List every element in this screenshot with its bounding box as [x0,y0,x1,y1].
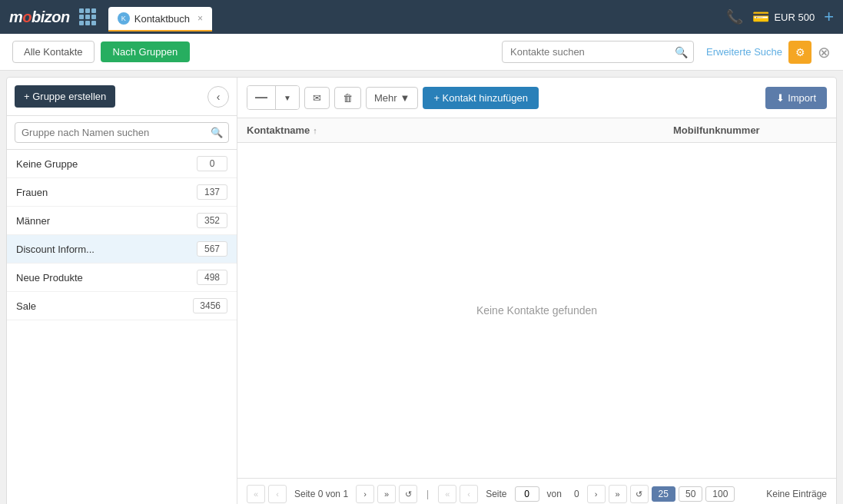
action-bar: — ▼ ✉ 🗑 Mehr ▼ + Kontakt hinzufügen ⬇ Im… [237,78,836,118]
create-group-button[interactable]: + Gruppe erstellen [15,85,115,108]
sort-arrow-icon: ↑ [313,126,317,135]
group-item[interactable]: Neue Produkte 498 [7,264,237,292]
pagination-bar: « ‹ Seite 0 von 1 › » ↺ | « ‹ Seite von … [237,478,836,504]
refresh-button[interactable]: ↺ [399,485,417,503]
nach-gruppen-button[interactable]: Nach Gruppen [101,41,191,62]
contact-search-bar: 🔍 [502,41,694,63]
group-name: Keine Gruppe [16,158,197,170]
sidebar: + Gruppe erstellen ‹ 🔍 Keine Gruppe 0 Fr… [7,78,237,504]
minus-icon: — [255,91,267,104]
group-item[interactable]: Discount Inform... 567 [7,235,237,264]
column-phone-header[interactable]: Mobilfunknummer [673,124,827,136]
page-last-button-2[interactable]: » [609,485,627,503]
group-count: 567 [197,241,227,257]
deselect-button[interactable]: — [247,86,276,109]
next-page-button[interactable]: › [356,485,374,503]
group-search-bar: 🔍 [7,116,237,150]
main-content: + Gruppe erstellen ‹ 🔍 Keine Gruppe 0 Fr… [6,77,837,504]
settings-button[interactable]: ⚙ [788,41,811,64]
group-name: Neue Produkte [16,272,197,284]
group-list: Keine Gruppe 0 Frauen 137 Männer 352 Dis… [7,150,237,504]
group-item[interactable]: Männer 352 [7,207,237,235]
select-action-group: — ▼ [247,85,300,110]
app-logo: mobizon [9,8,70,26]
page-info-left: Seite 0 von 1 [294,489,348,499]
group-count: 352 [197,213,227,228]
group-count: 137 [197,184,227,200]
grid-icon[interactable] [79,8,96,25]
refresh-button-2[interactable]: ↺ [630,485,649,503]
alle-kontakte-button[interactable]: Alle Kontakte [12,41,95,63]
add-button[interactable]: + [824,7,834,27]
group-count: 498 [197,270,227,285]
tab-label: Kontaktbuch [134,13,190,25]
add-contact-button[interactable]: + Kontakt hinzufügen [423,87,539,109]
page-size-50[interactable]: 50 [679,486,702,502]
group-search-input[interactable] [15,122,229,143]
page-first-button-2[interactable]: « [438,485,456,503]
prev-page-button[interactable]: ‹ [268,485,287,503]
group-count: 0 [197,156,227,171]
chevron-down-icon: ▼ [284,94,291,102]
card-icon: 💳 [752,8,769,25]
group-item[interactable]: Frauen 137 [7,178,237,207]
group-name: Frauen [16,187,197,198]
right-content: — ▼ ✉ 🗑 Mehr ▼ + Kontakt hinzufügen ⬇ Im… [237,78,836,504]
eur-balance: EUR 500 [774,12,815,23]
import-button[interactable]: ⬇ Import [765,87,827,109]
import-icon: ⬇ [776,92,785,104]
pagination-separator: | [426,489,429,499]
tab-bar: K Kontaktbuch × [108,2,721,32]
sidebar-header: + Gruppe erstellen ‹ [7,78,237,116]
no-entries-label: Keine Einträge [766,489,827,499]
page-prev-button-2[interactable]: ‹ [460,485,478,503]
group-name: Männer [16,215,197,227]
tab-close-button[interactable]: × [197,13,203,24]
table-header: Kontaktname ↑ Mobilfunknummer [237,118,836,143]
mehr-button[interactable]: Mehr ▼ [366,87,419,109]
phone-icon[interactable]: 📞 [726,8,743,25]
top-navigation: mobizon K Kontaktbuch × 📞 💳 EUR 500 + [0,0,843,34]
contact-search-icon: 🔍 [675,46,688,58]
group-count: 3456 [193,298,227,313]
mehr-label: Mehr [374,92,397,104]
von-label: von [547,489,562,499]
back-button[interactable]: ‹ [207,86,229,108]
mehr-chevron-icon: ▼ [400,92,410,104]
page-size-100[interactable]: 100 [705,486,735,502]
group-search-icon: 🔍 [211,127,223,138]
nav-right: 📞 💳 EUR 500 + [726,7,834,27]
table-body: Keine Kontakte gefunden [237,143,836,478]
column-name-header[interactable]: Kontaktname ↑ [247,124,673,136]
empty-message: Keine Kontakte gefunden [476,304,597,317]
page-number-input[interactable] [515,486,539,502]
import-label: Import [788,92,816,104]
tab-kontaktbuch[interactable]: K Kontaktbuch × [108,7,212,32]
group-item[interactable]: Sale 3456 [7,292,237,320]
erweiterte-suche-button[interactable]: Erweiterte Suche [706,46,782,58]
email-button[interactable]: ✉ [304,87,330,109]
delete-button[interactable]: 🗑 [334,87,361,109]
last-page-button[interactable]: » [377,485,396,503]
tab-icon: K [118,12,130,25]
group-name: Sale [16,300,193,312]
action-dropdown-button[interactable]: ▼ [276,86,299,109]
card-area: 💳 EUR 500 [752,8,815,25]
second-bar: Alle Kontakte Nach Gruppen 🔍 Erweiterte … [0,34,843,71]
group-item[interactable]: Keine Gruppe 0 [7,150,237,178]
page-size-25[interactable]: 25 [652,486,675,502]
group-name: Discount Inform... [16,244,197,255]
close-search-button[interactable]: ⊗ [818,43,831,61]
first-page-button[interactable]: « [247,485,265,503]
page-label: Seite [486,489,506,499]
page-next-button-2[interactable]: › [587,485,606,503]
von-value: 0 [574,489,579,499]
contact-search-input[interactable] [502,41,694,63]
